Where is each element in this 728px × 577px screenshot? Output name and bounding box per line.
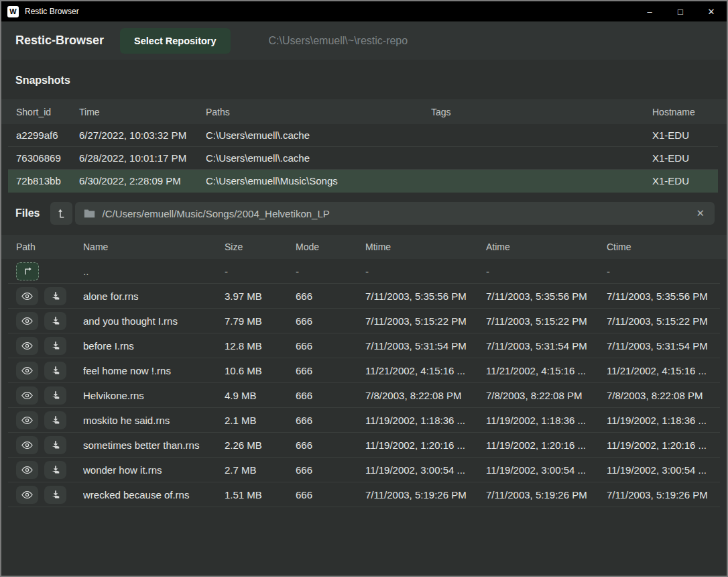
- repository-path-field[interactable]: C:\Users\emuell\~\restic-repo: [269, 35, 408, 47]
- file-ctime: 7/8/2003, 8:22:08 PM: [607, 390, 720, 401]
- file-name: ..: [83, 266, 225, 277]
- file-mode: 666: [296, 291, 365, 302]
- column-header-name: Name: [83, 242, 225, 252]
- column-header-path: Path: [16, 242, 83, 252]
- column-header-tags: Tags: [431, 107, 652, 117]
- preview-file-button[interactable]: [16, 461, 38, 479]
- file-row[interactable]: alone for.rns 3.97 MB 666 7/11/2003, 5:3…: [8, 284, 720, 309]
- file-row[interactable]: Helvikone.rns 4.9 MB 666 7/8/2003, 8:22:…: [8, 383, 720, 408]
- file-mtime: 7/11/2003, 5:35:56 PM: [365, 291, 486, 302]
- file-mode: 666: [296, 464, 365, 476]
- close-icon: ✕: [696, 207, 705, 219]
- file-atime: 11/19/2002, 1:18:36 ...: [486, 415, 607, 426]
- file-size: 12.8 MB: [225, 340, 296, 352]
- parent-directory-row[interactable]: .. - - - - -: [8, 259, 720, 284]
- download-file-button[interactable]: [44, 486, 66, 504]
- snapshots-heading: Snapshots: [1, 60, 727, 99]
- files-rows: alone for.rns 3.97 MB 666 7/11/2003, 5:3…: [8, 284, 720, 507]
- file-row[interactable]: before I.rns 12.8 MB 666 7/11/2003, 5:31…: [8, 333, 720, 358]
- snapshot-paths: C:\Users\emuell\.cache: [206, 129, 431, 141]
- download-file-button[interactable]: [44, 362, 66, 380]
- preview-file-button[interactable]: [16, 362, 38, 380]
- file-name: feel home now !.rns: [83, 365, 225, 376]
- file-row[interactable]: wrecked because of.rns 1.51 MB 666 7/11/…: [8, 482, 720, 507]
- preview-file-button[interactable]: [16, 386, 38, 405]
- file-size: 2.1 MB: [225, 415, 296, 426]
- download-file-button[interactable]: [44, 436, 66, 454]
- snapshots-table-header: Short_id Time Paths Tags Hostname: [1, 99, 727, 124]
- eye-icon: [21, 292, 33, 301]
- download-icon: [51, 490, 60, 499]
- download-file-button[interactable]: [44, 337, 66, 355]
- preview-file-button[interactable]: [16, 436, 38, 454]
- download-icon: [51, 341, 60, 350]
- preview-file-button[interactable]: [16, 486, 38, 504]
- column-header-short-id: Short_id: [16, 107, 79, 117]
- file-row[interactable]: feel home now !.rns 10.6 MB 666 11/21/20…: [8, 358, 720, 383]
- preview-file-button[interactable]: [16, 411, 38, 429]
- file-name: and you thought I.rns: [83, 315, 225, 327]
- file-size: -: [225, 266, 296, 277]
- column-header-mode: Mode: [296, 242, 365, 252]
- go-up-level-button[interactable]: [50, 202, 72, 225]
- download-file-button[interactable]: [44, 312, 66, 330]
- preview-file-button[interactable]: [16, 337, 38, 355]
- column-header-mtime: Mtime: [365, 242, 486, 252]
- download-file-button[interactable]: [44, 411, 66, 429]
- download-icon: [51, 440, 60, 450]
- up-right-arrow-icon: [23, 266, 33, 276]
- file-mtime: 11/19/2002, 3:00:54 ...: [365, 464, 486, 476]
- file-ctime: 11/19/2002, 3:00:54 ...: [607, 464, 720, 476]
- file-mtime: 11/21/2002, 4:15:16 ...: [365, 365, 486, 376]
- file-ctime: 7/11/2003, 5:19:26 PM: [607, 489, 720, 501]
- clear-path-button[interactable]: ✕: [694, 207, 706, 219]
- file-atime: 7/11/2003, 5:19:26 PM: [486, 489, 607, 501]
- file-mode: -: [296, 266, 365, 277]
- download-file-button[interactable]: [44, 287, 66, 305]
- file-name: alone for.rns: [83, 291, 225, 302]
- eye-icon: [21, 317, 33, 325]
- snapshot-short-id: 72b813bb: [16, 175, 79, 187]
- file-row[interactable]: moskito he said.rns 2.1 MB 666 11/19/200…: [8, 408, 720, 433]
- app-icon: W: [7, 6, 19, 17]
- file-size: 3.97 MB: [225, 291, 296, 302]
- download-icon: [51, 366, 60, 375]
- select-repository-button[interactable]: Select Repository: [120, 28, 231, 54]
- file-ctime: 7/11/2003, 5:35:56 PM: [607, 291, 720, 302]
- maximize-button[interactable]: □: [665, 1, 696, 21]
- eye-icon: [21, 416, 33, 425]
- eye-icon: [21, 490, 33, 499]
- eye-icon: [21, 342, 33, 350]
- empty-area: [1, 507, 727, 576]
- snapshot-row[interactable]: a2299af6 6/27/2022, 10:03:32 PM C:\Users…: [8, 124, 718, 147]
- column-header-paths: Paths: [206, 107, 431, 117]
- preview-file-button[interactable]: [16, 287, 38, 305]
- snapshot-hostname: X1-EDU: [652, 175, 718, 187]
- download-icon: [51, 465, 60, 474]
- download-file-button[interactable]: [44, 386, 66, 405]
- eye-icon: [21, 441, 33, 450]
- file-mtime: 11/19/2002, 1:20:16 ...: [365, 439, 486, 451]
- snapshot-hostname: X1-EDU: [652, 129, 718, 141]
- file-atime: -: [486, 266, 607, 277]
- close-button[interactable]: ✕: [696, 1, 727, 21]
- current-path-input[interactable]: /C/Users/emuell/Music/Songs/2004_Helveti…: [75, 202, 715, 225]
- navigate-up-button[interactable]: [16, 262, 39, 280]
- file-row[interactable]: sometimes better than.rns 2.26 MB 666 11…: [8, 433, 720, 458]
- file-mode: 666: [296, 315, 365, 327]
- file-row[interactable]: wonder how it.rns 2.7 MB 666 11/19/2002,…: [8, 458, 720, 482]
- download-icon: [51, 291, 60, 301]
- file-atime: 11/21/2002, 4:15:16 ...: [486, 365, 607, 376]
- snapshot-paths: C:\Users\emuell\Music\Songs: [206, 175, 431, 187]
- download-file-button[interactable]: [44, 461, 66, 479]
- snapshot-row[interactable]: 76306869 6/28/2022, 10:01:17 PM C:\Users…: [8, 147, 718, 170]
- column-header-atime: Atime: [486, 242, 607, 252]
- file-name: before I.rns: [83, 340, 225, 352]
- column-header-size: Size: [225, 242, 296, 252]
- level-up-icon: [56, 208, 67, 219]
- minimize-button[interactable]: –: [634, 1, 665, 21]
- preview-file-button[interactable]: [16, 312, 38, 330]
- file-atime: 7/8/2003, 8:22:08 PM: [486, 390, 607, 401]
- snapshot-row[interactable]: 72b813bb 6/30/2022, 2:28:09 PM C:\Users\…: [8, 170, 718, 193]
- file-row[interactable]: and you thought I.rns 7.79 MB 666 7/11/2…: [8, 309, 720, 333]
